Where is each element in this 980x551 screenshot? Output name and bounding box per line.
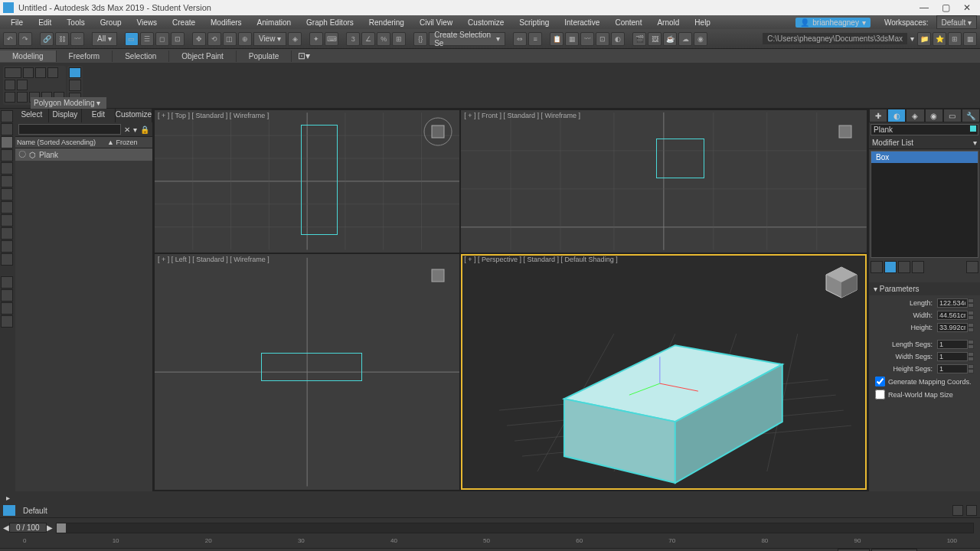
percent-snap-button[interactable]: % [377,32,390,46]
lsegs-down[interactable] [968,344,974,349]
modifier-list-dropdown[interactable]: Modifier List ▾ [869,137,980,149]
time-scrubber[interactable] [57,523,66,533]
layer-explorer-button[interactable]: 📋 [550,32,564,46]
maximize-button[interactable]: ▢ [936,2,956,14]
modifier-stack[interactable]: Box [871,151,978,258]
scene-tab-select[interactable]: Select [15,109,49,122]
render-frame-button[interactable]: 🖼 [648,32,662,46]
link-button[interactable]: 🔗 [40,32,54,46]
vp-label-left[interactable]: [ + ] [ Left ] [ Standard ] [ Wireframe … [158,256,270,263]
ignore-backfacing[interactable] [17,80,28,90]
filter-button[interactable] [952,505,963,516]
bind-button[interactable]: 〰 [70,32,84,46]
viewcube-perspective[interactable] [822,263,861,302]
menu-interactive[interactable]: Interactive [557,17,607,28]
lock-icon[interactable]: 🔒 [140,126,149,134]
display-frozen-button[interactable] [1,253,13,266]
subobject-vertex[interactable] [5,67,21,78]
scene-name-header[interactable]: Name (Sorted Ascending) [15,137,106,148]
menu-animation[interactable]: Animation [250,17,299,28]
real-world-checkbox[interactable] [875,390,885,399]
preview-button[interactable] [5,80,15,90]
viewcube-left[interactable] [423,260,453,291]
menu-views[interactable]: Views [129,17,165,28]
layers-button[interactable] [966,505,977,516]
spinner-snap-button[interactable]: ⊞ [392,32,406,46]
parameters-rollout[interactable]: ▾ Parameters [869,282,980,295]
display-geometry-button[interactable] [1,136,13,148]
display-lights-button[interactable] [1,162,13,174]
display-bone-button[interactable] [1,240,13,253]
menu-modifiers[interactable]: Modifiers [203,17,250,28]
select-influences-button[interactable] [1,289,13,302]
window-crossing-button[interactable]: ⊡ [171,32,185,46]
rotate-button[interactable]: ⟲ [207,32,221,46]
display-shapes-button[interactable] [1,149,13,161]
pin-stack-button[interactable] [871,261,883,273]
time-prev-icon[interactable]: ◀ [3,523,9,532]
chevron-down-icon[interactable]: ▾ [910,34,914,43]
display-helpers-button[interactable] [1,188,13,201]
angle-snap-button[interactable]: ∠ [361,32,375,46]
menu-file[interactable]: File [3,17,31,28]
create-tab[interactable]: ✚ [869,109,887,122]
vp-label-top[interactable]: [ + ] [ Top ] [ Standard ] [ Wireframe ] [158,112,269,119]
remove-modifier-button[interactable] [912,261,924,273]
ribbon-freeform[interactable]: Freeform [57,51,113,62]
scene-tab-customize[interactable]: Customize [116,109,152,122]
snap-toggle-button[interactable]: 3 [346,32,360,46]
scene-object-row[interactable]: 〇 ⬡ Plank [15,148,152,161]
keyboard-shortcut-button[interactable]: ⌨ [325,32,338,46]
utilities-tab[interactable]: 🔧 [962,109,980,122]
schematic-view-button[interactable]: ⊡ [596,32,609,46]
object-name-input[interactable] [871,124,978,135]
workspace-dropdown[interactable]: Default ▾ [936,15,977,29]
project-path[interactable]: C:\Users\pheagney\Documents\3dsMax [763,33,907,44]
menu-content[interactable]: Content [607,17,649,28]
ribbon-modeling[interactable]: Modeling [0,51,57,62]
time-frame-display[interactable]: 0 / 100 [9,523,47,533]
viewport-perspective[interactable]: [ + ] [ Perspective ] [ Standard ] [ Def… [461,254,867,490]
menu-graph-editors[interactable]: Graph Editors [299,17,361,28]
subobject-border[interactable] [35,67,46,78]
favorite-button[interactable]: ⭐ [933,32,946,46]
toggle-ribbon-button[interactable]: ▦ [565,32,579,46]
scale-button[interactable]: ◫ [223,32,237,46]
menu-group[interactable]: Group [93,17,129,28]
display-all-button[interactable] [1,110,13,122]
vp-label-persp[interactable]: [ + ] [ Perspective ] [ Standard ] [ Def… [464,256,617,263]
wsegs-down[interactable] [968,357,974,361]
time-next-icon[interactable]: ▶ [47,523,53,532]
viewport-front[interactable]: [ + ] [ Front ] [ Standard ] [ Wireframe… [461,110,867,253]
ribbon-selection[interactable]: Selection [113,51,169,62]
undo-button[interactable]: ↶ [3,32,17,46]
height-down[interactable] [968,328,974,332]
region-icon[interactable]: ▾ [133,126,137,134]
timeline-mode-button[interactable] [3,505,15,516]
user-account[interactable]: 👤 brianheagney ▾ [795,18,871,28]
menu-customize[interactable]: Customize [460,17,511,28]
nurms-toggle[interactable] [69,80,81,90]
render-button[interactable]: ☕ [663,32,677,46]
length-down[interactable] [968,303,974,308]
render-setup-button[interactable]: 🎬 [632,32,646,46]
menu-rendering[interactable]: Rendering [361,17,412,28]
close-button[interactable]: ✕ [957,2,977,14]
make-unique-button[interactable] [898,261,910,273]
clear-search-icon[interactable]: ✕ [124,126,130,134]
modify-tab[interactable]: ◐ [887,109,906,122]
select-object-button[interactable]: ▭ [125,32,139,46]
configure-button[interactable] [1,315,13,328]
menu-edit[interactable]: Edit [31,17,59,28]
scene-search-input[interactable] [18,124,121,135]
hsegs-input[interactable] [937,364,968,373]
configure-sets-button[interactable] [966,261,978,273]
viewport-top[interactable]: [ + ] [ Top ] [ Standard ] [ Wireframe ] [155,110,459,253]
manipulate-button[interactable]: ✦ [309,32,323,46]
object-color-swatch[interactable] [969,125,977,132]
hierarchy-tab[interactable]: ◈ [906,109,924,122]
material-editor-button[interactable]: ◐ [611,32,625,46]
select-children-button[interactable] [1,276,13,289]
align-button[interactable]: ≡ [528,32,542,46]
menu-create[interactable]: Create [165,17,203,28]
